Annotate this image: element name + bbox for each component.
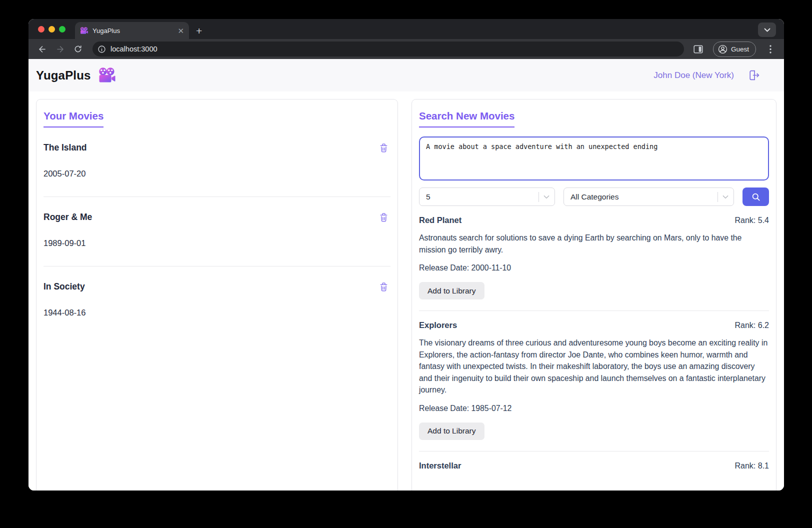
close-window-button[interactable]: [38, 26, 44, 32]
category-value: All Categories: [570, 192, 718, 202]
browser-menu-icon[interactable]: [763, 42, 778, 56]
search-result: Interstellar Rank: 8.1: [419, 461, 769, 470]
profile-label: Guest: [731, 46, 749, 53]
result-description: The visionary dreams of three curious an…: [419, 337, 769, 396]
tab-search-chevron-button[interactable]: [758, 22, 776, 37]
result-title: Red Planet: [419, 216, 462, 225]
browser-window: YugaPlus ✕ + localhost:3000 Guest: [28, 19, 784, 490]
result-description: Astronauts search for solutions to save …: [419, 232, 769, 256]
tab-favicon-camera-icon: [80, 27, 88, 34]
your-movies-title: Your Movies: [44, 110, 104, 128]
site-info-icon[interactable]: [96, 43, 108, 55]
search-result: Explorers Rank: 6.2 The visionary dreams…: [419, 320, 769, 452]
delete-movie-icon[interactable]: [379, 282, 388, 292]
side-panel-icon[interactable]: [691, 42, 706, 56]
movie-release-date: 1944-08-16: [44, 308, 390, 318]
search-button[interactable]: [742, 188, 769, 206]
url-text: localhost:3000: [110, 45, 158, 53]
result-rank: Rank: 6.2: [735, 321, 770, 330]
fullscreen-window-button[interactable]: [59, 26, 66, 32]
forward-button[interactable]: [52, 42, 68, 56]
result-title: Interstellar: [419, 461, 461, 470]
back-button[interactable]: [34, 42, 50, 56]
divider: [419, 451, 769, 452]
movie-item: Roger & Me 1989-09-01: [44, 212, 390, 266]
search-icon: [751, 192, 761, 202]
window-controls: [38, 26, 66, 32]
search-controls: 5 All Categories: [419, 188, 769, 206]
your-movies-panel: Your Movies The Island: [36, 99, 398, 490]
search-result: Red Planet Rank: 5.4 Astronauts search f…: [419, 216, 769, 311]
tab-title: YugaPlus: [92, 27, 174, 34]
movie-title: In Society: [44, 282, 85, 292]
tab-close-icon[interactable]: ✕: [178, 27, 184, 34]
profile-button[interactable]: Guest: [713, 42, 756, 57]
address-bar[interactable]: localhost:3000: [92, 42, 684, 56]
movie-title: Roger & Me: [44, 212, 92, 222]
app-logo-text: YugaPlus: [36, 68, 91, 82]
reload-button[interactable]: [70, 42, 86, 56]
minimize-window-button[interactable]: [48, 26, 55, 32]
main-content: Your Movies The Island: [28, 92, 784, 490]
result-title: Explorers: [419, 320, 457, 330]
category-select[interactable]: All Categories: [564, 188, 734, 206]
movie-camera-icon: [98, 68, 116, 84]
result-rank: Rank: 8.1: [735, 462, 770, 470]
search-panel: Search New Movies A movie about a space …: [412, 99, 776, 490]
tab-strip: YugaPlus ✕ +: [28, 19, 784, 39]
app-header: YugaPlus John Doe (New: [28, 59, 784, 92]
delete-movie-icon[interactable]: [379, 142, 388, 153]
add-to-library-button[interactable]: Add to Library: [419, 422, 484, 440]
divider: [419, 310, 769, 311]
movie-release-date: 2005-07-20: [44, 169, 390, 178]
new-tab-button[interactable]: +: [196, 26, 202, 36]
delete-movie-icon[interactable]: [379, 212, 388, 222]
movie-release-date: 1989-09-01: [44, 238, 390, 248]
movie-item: The Island 2005-07-20: [44, 142, 390, 197]
divider: [44, 196, 390, 197]
result-limit-select[interactable]: 5: [419, 188, 555, 206]
search-query-input[interactable]: A movie about a space adventure with an …: [419, 136, 769, 180]
app-page: YugaPlus John Doe (New: [28, 59, 784, 490]
user-account-link[interactable]: John Doe (New York): [654, 70, 734, 80]
chevron-down-icon: [722, 195, 728, 199]
add-to-library-button[interactable]: Add to Library: [419, 282, 484, 300]
chevron-down-icon: [544, 195, 550, 199]
result-release-date: Release Date: 1985-07-12: [419, 404, 769, 413]
movie-item: In Society 1944-08-16: [44, 282, 390, 318]
logout-icon[interactable]: [748, 69, 760, 82]
movie-title: The Island: [44, 142, 87, 153]
browser-tab[interactable]: YugaPlus ✕: [75, 22, 189, 39]
search-panel-title: Search New Movies: [419, 110, 514, 128]
result-rank: Rank: 5.4: [735, 216, 770, 225]
result-limit-value: 5: [426, 192, 538, 202]
browser-toolbar: localhost:3000 Guest: [28, 39, 784, 59]
result-release-date: Release Date: 2000-11-10: [419, 264, 769, 272]
divider: [44, 266, 390, 266]
